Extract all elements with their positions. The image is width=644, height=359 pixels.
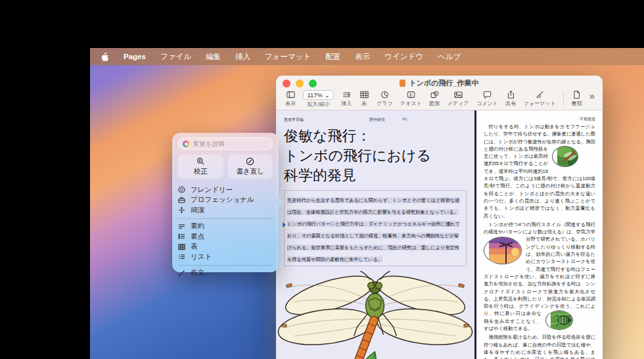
menu-app-name[interactable]: Pages bbox=[124, 53, 146, 60]
zoom-window-button[interactable] bbox=[309, 80, 317, 87]
apple-intelligence-icon bbox=[183, 141, 189, 147]
right-page-header: 平尾教授 bbox=[484, 116, 595, 123]
tone-friendly[interactable]: フレンドリー bbox=[178, 185, 273, 195]
briefcase-icon bbox=[178, 197, 185, 204]
paragraph-3: 過熱状態を避けるため、日陰を作る暗色斑を翅に持つ種もあれば、単に自然の中の日陰で… bbox=[484, 333, 595, 359]
apple-menu-icon[interactable] bbox=[101, 52, 109, 62]
insert-icon bbox=[342, 90, 352, 99]
paintbrush-icon bbox=[535, 90, 545, 99]
transform-table[interactable]: 表 bbox=[178, 242, 273, 252]
format-button[interactable]: フォーマット bbox=[524, 90, 556, 107]
describe-change-input[interactable] bbox=[192, 139, 268, 148]
text-button[interactable]: あ テキスト bbox=[400, 90, 422, 107]
toolbar-overflow-button[interactable]: » bbox=[589, 90, 595, 101]
toolbar-separator bbox=[563, 91, 564, 106]
title-line-1: 俊敏な飛行： bbox=[284, 126, 467, 146]
tone-concise[interactable]: 簡潔 bbox=[178, 205, 273, 216]
document-icon bbox=[572, 90, 582, 99]
document-right-page[interactable]: 平尾教授 狩りをする時、トンボは動きをカモフラージュしたり、空中で待ち伏せする。… bbox=[476, 110, 603, 359]
pages-document-icon bbox=[400, 80, 405, 87]
shapes-icon bbox=[430, 90, 440, 99]
zoom-value-button[interactable]: 117% ⌄ bbox=[303, 90, 333, 100]
header-version-text: V1 bbox=[402, 117, 407, 121]
toolbar: 表示 117% ⌄ 拡大/縮小 挿入 表 グラフ bbox=[276, 90, 603, 110]
compose-pencil-icon bbox=[178, 270, 185, 277]
media-icon bbox=[453, 90, 463, 99]
chart-button[interactable]: グラフ bbox=[377, 90, 393, 107]
header-left-text: 昆虫学草稿 bbox=[284, 118, 304, 122]
magnifier-icon bbox=[196, 157, 205, 166]
dragonfly-on-leaf-photo[interactable] bbox=[552, 146, 578, 167]
media-button[interactable]: メディア bbox=[448, 90, 469, 107]
view-button[interactable]: 表示 bbox=[285, 90, 296, 107]
table-button[interactable]: 表 bbox=[359, 90, 369, 107]
title-line-3: 科学的発見 bbox=[284, 166, 467, 185]
close-button[interactable] bbox=[283, 80, 290, 87]
menu-item-view[interactable]: 表示 bbox=[355, 52, 370, 62]
tone-professional[interactable]: プロフェッショナル bbox=[178, 195, 273, 206]
popup-divider bbox=[178, 218, 273, 219]
menu-item-window[interactable]: ウインドウ bbox=[384, 52, 423, 62]
pages-window: トンボの飛行_作業中 表示 117% ⌄ 拡大/縮小 挿入 表 bbox=[276, 76, 603, 359]
menu-item-edit[interactable]: 編集 bbox=[206, 52, 221, 62]
writing-tools-popup: 校正 書き直し フレンドリー プロフェッショナル 簡潔 bbox=[172, 133, 279, 272]
popup-divider bbox=[178, 265, 273, 266]
svg-text:あ: あ bbox=[409, 92, 413, 97]
window-title-text: トンボの飛行_作業中 bbox=[409, 78, 478, 88]
rewrite-button[interactable]: 書き直し bbox=[228, 155, 273, 179]
document-canvas: 昆虫学草稿 野外研究 V1 俊敏な飛行： トンボの飛行における 科学的発見 先史… bbox=[276, 110, 603, 359]
desktop: Pages ファイル 編集 挿入 フォーマット 配置 表示 ウインドウ ヘルプ … bbox=[90, 48, 644, 359]
window-title: トンボの飛行_作業中 bbox=[400, 78, 478, 88]
minimize-button[interactable] bbox=[296, 80, 304, 87]
document-title: 俊敏な飛行： トンボの飛行における 科学的発見 bbox=[284, 126, 467, 185]
menu-item-help[interactable]: ヘルプ bbox=[438, 52, 461, 62]
summary-icon bbox=[178, 223, 185, 230]
menu-item-arrange[interactable]: 配置 bbox=[325, 52, 340, 62]
comment-button[interactable]: コメント bbox=[476, 90, 498, 107]
title-line-2: トンボの飛行における bbox=[284, 146, 467, 166]
window-header: トンボの飛行_作業中 表示 117% ⌄ 拡大/縮小 挿入 表 bbox=[276, 76, 603, 110]
proofread-button[interactable]: 校正 bbox=[178, 155, 223, 179]
table-icon bbox=[359, 90, 369, 99]
share-button[interactable]: 共有 bbox=[505, 90, 516, 107]
bullet-list-icon bbox=[178, 233, 185, 240]
document-left-page[interactable]: 昆虫学草稿 野外研究 V1 俊敏な飛行： トンボの飛行における 科学的発見 先史… bbox=[276, 110, 474, 359]
share-icon bbox=[506, 90, 516, 99]
selection-marker bbox=[283, 222, 286, 227]
menu-item-format[interactable]: フォーマット bbox=[265, 52, 311, 62]
smiley-icon bbox=[178, 186, 185, 193]
left-page-header: 昆虫学草稿 野外研究 V1 bbox=[284, 117, 467, 124]
compose-item[interactable]: 作文... bbox=[178, 268, 273, 279]
paragraph-2: トンボが持つ4つの飛行スタイル（関連する飛行の構造やパターンにより数は増える）は… bbox=[484, 221, 595, 332]
shape-button[interactable]: 図形 bbox=[429, 90, 440, 107]
title-bar: トンボの飛行_作業中 bbox=[276, 76, 603, 90]
highlighted-intro-box[interactable]: 先史時代から生息する昆虫であるにも関わらず、トンボとその驚くほど精密な翅は現在、… bbox=[284, 190, 467, 266]
concise-icon bbox=[178, 206, 185, 214]
menu-item-insert[interactable]: 挿入 bbox=[235, 52, 250, 62]
dragonfly-sunset-photo[interactable] bbox=[484, 237, 522, 264]
zoom-control[interactable]: 117% ⌄ 拡大/縮小 bbox=[303, 90, 333, 108]
table-grid-icon bbox=[178, 243, 185, 251]
transform-list[interactable]: リスト bbox=[178, 252, 273, 262]
textbox-icon: あ bbox=[406, 90, 416, 99]
menu-item-file[interactable]: ファイル bbox=[160, 52, 191, 62]
paragraph-1: 狩りをする時、トンボは動きをカモフラージュしたり、空中で待ち伏せする。捕食者に遭… bbox=[484, 123, 595, 220]
menu-bar: Pages ファイル 編集 挿入 フォーマット 配置 表示 ウインドウ ヘルプ bbox=[90, 48, 644, 65]
chart-icon bbox=[380, 90, 390, 99]
rewrite-pencil-icon bbox=[246, 157, 254, 166]
describe-change-field[interactable] bbox=[178, 137, 273, 150]
transform-key-points[interactable]: 要点 bbox=[178, 231, 273, 242]
header-center-text: 野外研究 bbox=[369, 117, 385, 123]
document-button[interactable]: 書類 bbox=[572, 90, 582, 107]
dragonfly-illustration[interactable] bbox=[276, 268, 474, 359]
dash-list-icon bbox=[178, 253, 185, 260]
sidebar-icon bbox=[286, 90, 296, 99]
highlighted-intro-text: 先史時代から生息する昆虫であるにも関わらず、トンボとその驚くほど精密な翅は現在、… bbox=[287, 197, 460, 262]
green-beetle-photo[interactable] bbox=[545, 310, 573, 330]
comment-icon bbox=[482, 90, 492, 99]
insert-button[interactable]: 挿入 bbox=[341, 90, 352, 107]
transform-summary[interactable]: 要約 bbox=[178, 222, 273, 232]
